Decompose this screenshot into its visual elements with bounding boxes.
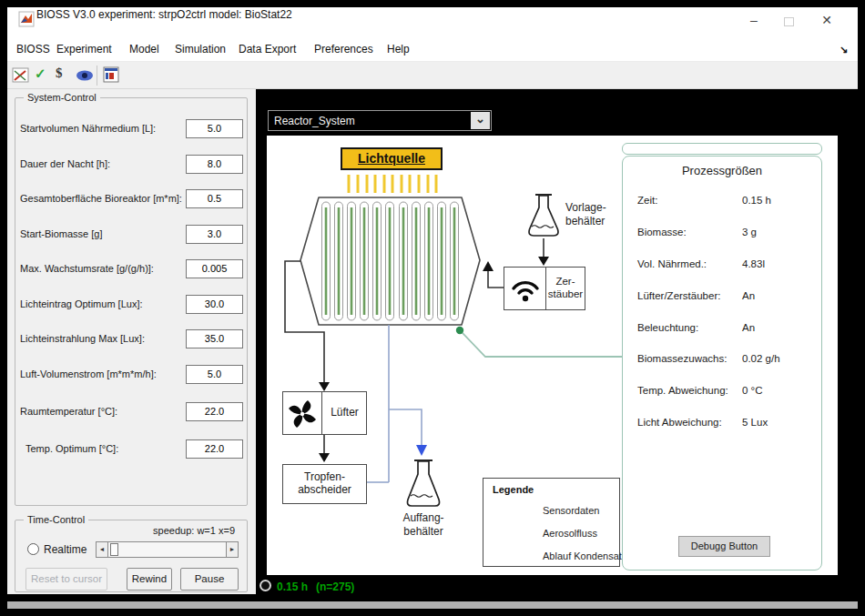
status-time: 0.15 h: [277, 581, 308, 593]
menu-item-simulation[interactable]: Simulation: [175, 43, 226, 56]
menu-item-data-export[interactable]: Data Export: [239, 43, 296, 56]
menu-item-experiment[interactable]: Experiment: [56, 43, 112, 56]
zerstauber-label-line1: Zer-: [546, 275, 585, 288]
tropfen-label-line1: Tropfen-: [283, 470, 366, 483]
debugg-button[interactable]: Debugg Button: [678, 536, 770, 557]
slider-right-arrow[interactable]: ►: [226, 542, 238, 557]
field-input-lichteinstrahlung[interactable]: 35.0: [186, 329, 243, 348]
zerstauber-label: Zer- stäuber: [546, 275, 585, 300]
proc-label-luefter-zerstaeuber: Lüfter/Zerstäuber:: [637, 290, 720, 301]
record-indicator-icon: [260, 580, 271, 591]
field-input-startvolumen[interactable]: 5.0: [186, 119, 243, 138]
slider-left-arrow[interactable]: ◄: [97, 542, 108, 557]
menu-item-model[interactable]: Model: [129, 43, 159, 56]
proc-value-beleuchtung: An: [742, 322, 755, 333]
speedup-slider[interactable]: ◄ ►: [96, 541, 239, 558]
auffang-flask-icon: [408, 460, 440, 506]
lufter-block: Lüfter: [282, 391, 367, 435]
proc-label-zeit: Zeit:: [637, 195, 657, 206]
field-label-dauer-nacht: Dauer der Nacht [h]:: [20, 158, 110, 169]
reset-to-cursor-button[interactable]: Reset to cursor: [25, 568, 107, 591]
vorlage-flask-icon: [529, 195, 558, 236]
field-input-start-biomasse[interactable]: 3.0: [186, 225, 243, 244]
pause-button[interactable]: Pause: [180, 568, 239, 591]
menu-item-bioss[interactable]: BIOSS: [16, 43, 50, 56]
field-label-startvolumen: Startvolumen Nährmedium [L]:: [20, 123, 156, 134]
figure-tool-icon[interactable]: [103, 66, 121, 85]
reactor-tubes: [322, 202, 459, 320]
fan-icon: [287, 398, 318, 429]
proc-label-biomassezuwachs: Biomassezuwachs:: [637, 353, 727, 364]
field-label-gesamtoberflaeche: Gesamtoberfläche Bioreaktor [m*m]:: [20, 193, 182, 204]
field-input-wachstumsrate[interactable]: 0.005: [186, 259, 243, 278]
field-label-start-biomasse: Start-Biomasse [g]: [20, 228, 102, 239]
field-label-lichteintrag: Lichteintrag Optimum [Lux]:: [20, 298, 143, 309]
proc-value-biomassezuwachs: 0.02 g/h: [742, 353, 780, 364]
process-panel-title: Prozessgrößen: [622, 164, 822, 177]
proc-label-biomasse: Biomasse:: [637, 227, 687, 237]
maximize-button[interactable]: [784, 17, 794, 26]
field-label-temp-optimum: Temp. Optimum [°C]:: [25, 443, 118, 454]
realtime-label: Realtime: [44, 543, 86, 556]
dock-arrow-icon[interactable]: ↘: [840, 44, 848, 56]
eye-tool-icon[interactable]: [75, 69, 95, 82]
app-logo-icon: [18, 11, 35, 27]
tropfenabscheider-block: Tropfen- abscheider: [282, 464, 367, 504]
check-tool-icon[interactable]: ✓: [35, 66, 46, 82]
vorlage-label-line1: Vorlage-: [565, 201, 606, 215]
process-panel-header-strip: [622, 143, 822, 155]
menu-item-preferences[interactable]: Preferences: [314, 43, 373, 56]
zerstauber-label-line2: stäuber: [546, 288, 585, 300]
dollar-tool-icon[interactable]: $: [56, 66, 63, 81]
proc-label-beleuchtung: Beleuchtung:: [637, 322, 698, 333]
time-control-title: Time-Control: [24, 514, 88, 525]
auffang-label: Auffang- behälter: [392, 511, 455, 539]
window-bottom-edge: [7, 601, 858, 609]
lufter-label: Lüfter: [323, 406, 366, 419]
speedup-label: speedup: w=1 x=9: [91, 525, 235, 536]
legend-item-ablauf-kondensat: Ablauf Kondensat: [543, 550, 622, 561]
field-input-gesamtoberflaeche[interactable]: 0.5: [186, 189, 243, 208]
auffang-label-line1: Auffang-: [392, 511, 455, 525]
status-sample-count: (n=275): [316, 581, 354, 593]
field-label-raumtemperatur: Raumtemperatur [°C]:: [20, 406, 117, 417]
auffang-label-line2: behälter: [392, 525, 455, 539]
field-input-raumtemperatur[interactable]: 22.0: [186, 402, 243, 421]
proc-label-licht-abweichung: Licht Abweichung:: [637, 417, 722, 428]
light-source-block: Lichtquelle: [341, 147, 443, 170]
sensor-line: [461, 331, 622, 357]
condensate-pipes: [367, 325, 422, 482]
reactor-system-dropdown[interactable]: Reactor_System ⌄: [268, 110, 492, 131]
bioss-window: BIOSS V3.0 experiment: strpO2ctrl model:…: [0, 0, 865, 616]
chevron-down-icon[interactable]: ⌄: [471, 112, 490, 129]
dropdown-value: Reactor_System: [274, 115, 355, 127]
realtime-radio[interactable]: [27, 543, 39, 555]
tropfen-label-line2: abscheider: [283, 483, 366, 496]
proc-label-vol-naehrmed: Vol. Nährmed.:: [637, 258, 707, 269]
field-input-luft-volumenstrom[interactable]: 5.0: [186, 365, 243, 384]
legend-title: Legende: [493, 484, 534, 495]
vorlage-label: Vorlage- behälter: [565, 201, 606, 228]
sensor-dot: [456, 327, 463, 334]
proc-value-temp-abweichung: 0 °C: [742, 385, 763, 396]
vorlage-label-line2: behälter: [565, 215, 606, 228]
rewind-button[interactable]: Rewind: [127, 568, 172, 591]
proc-label-temp-abweichung: Temp. Abweichung:: [637, 385, 728, 396]
field-input-lichteintrag[interactable]: 30.0: [186, 295, 243, 314]
close-button[interactable]: ✕: [818, 13, 836, 29]
proc-value-licht-abweichung: 5 Lux: [742, 417, 768, 428]
legend-item-sensordaten: Sensordaten: [543, 505, 599, 516]
field-label-luft-volumenstrom: Luft-Volumenstrom [m*m*m/h]:: [20, 369, 157, 379]
proc-value-biomasse: 3 g: [742, 227, 757, 237]
proc-value-luefter-zerstaeuber: An: [742, 290, 755, 301]
slider-thumb[interactable]: [110, 543, 118, 556]
system-control-title: System-Control: [24, 92, 100, 103]
field-input-temp-optimum[interactable]: 22.0: [186, 439, 243, 459]
field-input-dauer-nacht[interactable]: 8.0: [186, 155, 243, 174]
proc-value-zeit: 0.15 h: [742, 195, 771, 206]
menu-item-help[interactable]: Help: [387, 43, 410, 56]
toolbar: [7, 62, 858, 89]
condensate-arrowhead: [416, 445, 427, 456]
minimize-button[interactable]: –: [745, 13, 763, 29]
plot-tool-icon[interactable]: [12, 66, 30, 85]
